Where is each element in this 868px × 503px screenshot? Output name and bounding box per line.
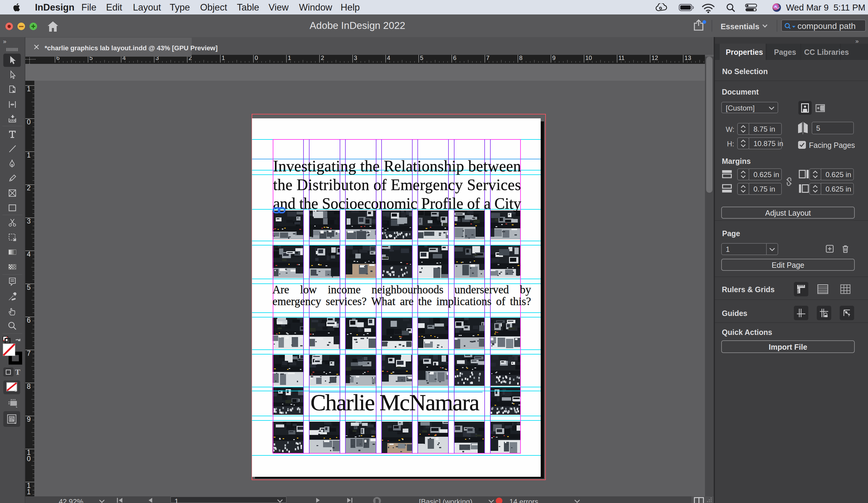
svg-text:1: 1 xyxy=(221,55,225,61)
svg-text:1: 1 xyxy=(27,151,31,159)
svg-text:4: 4 xyxy=(27,250,31,258)
svg-text:1: 1 xyxy=(27,85,31,93)
svg-text:9: 9 xyxy=(27,415,31,423)
svg-text:12: 12 xyxy=(651,55,658,61)
svg-text:3: 3 xyxy=(27,217,31,225)
svg-text:9: 9 xyxy=(552,55,556,61)
svg-text:11: 11 xyxy=(619,55,625,61)
svg-text:0: 0 xyxy=(27,455,31,463)
svg-text:6: 6 xyxy=(27,316,31,324)
svg-text:13: 13 xyxy=(684,55,691,61)
svg-text:4: 4 xyxy=(387,55,390,61)
svg-text:1: 1 xyxy=(288,55,291,61)
svg-text:2: 2 xyxy=(321,55,324,61)
svg-text:5: 5 xyxy=(27,283,31,291)
svg-text:7: 7 xyxy=(27,349,31,357)
svg-text:8: 8 xyxy=(519,55,523,61)
svg-text:10: 10 xyxy=(585,55,592,61)
svg-text:7: 7 xyxy=(486,55,489,61)
svg-text:2: 2 xyxy=(27,184,31,192)
svg-text:3: 3 xyxy=(354,55,357,61)
svg-text:6: 6 xyxy=(453,55,456,61)
svg-text:5: 5 xyxy=(420,55,423,61)
svg-text:0: 0 xyxy=(255,55,258,61)
svg-text:1: 1 xyxy=(27,488,31,496)
svg-text:0: 0 xyxy=(27,118,31,126)
svg-text:8: 8 xyxy=(27,383,31,390)
